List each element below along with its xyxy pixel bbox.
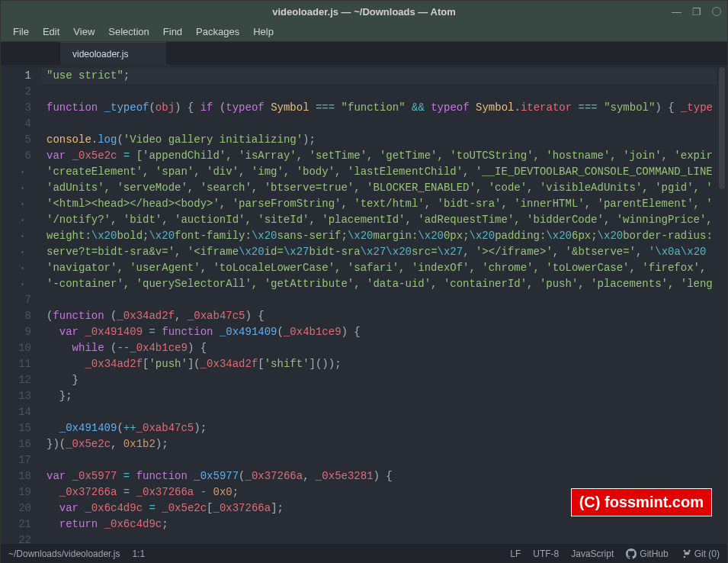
line-number[interactable]: 10 (1, 340, 42, 356)
code-line: 'navigator', 'userAgent', 'toLocaleLower… (42, 260, 727, 276)
statusbar: ~/Downloads/videoloader.js 1:1 LF UTF-8 … (1, 544, 727, 563)
line-number[interactable]: 17 (1, 452, 42, 468)
code-line: serve?t=bidt-sra&v=', '<iframe\x20id=\x2… (42, 244, 727, 260)
status-git[interactable]: Git (0) (681, 549, 720, 559)
line-number-folded[interactable] (1, 276, 42, 292)
code-line: _0x491409(++_0xab47c5); (42, 420, 727, 436)
line-number-folded[interactable] (1, 196, 42, 212)
line-number[interactable]: 19 (1, 484, 42, 500)
menu-selection[interactable]: Selection (102, 24, 155, 40)
line-number[interactable]: 20 (1, 500, 42, 516)
menu-file[interactable]: File (7, 24, 35, 40)
code-line (42, 116, 727, 132)
line-number[interactable]: 22 (1, 532, 42, 549)
code-line (42, 404, 727, 420)
code-line: '<html><head></head><body>', 'parseFromS… (42, 196, 727, 212)
github-icon (626, 549, 637, 559)
gutter: 1 2 3 4 5 6 7 8 9 10 11 12 13 14 15 16 1 (1, 65, 42, 544)
code-line: var _0x491409 = function _0x491409(_0x4b… (42, 324, 727, 340)
line-number[interactable]: 14 (1, 404, 42, 420)
watermark: (C) fossmint.com (571, 488, 712, 516)
code-line: var _0x5e2c = ['appendChild', 'isArray',… (42, 148, 727, 164)
status-line-ending[interactable]: LF (510, 549, 521, 559)
code-line: weight:\x20bold;\x20font-family:\x20sans… (42, 228, 727, 244)
code-line: })(_0x5e2c, 0x1b2); (42, 436, 727, 452)
status-filepath[interactable]: ~/Downloads/videoloader.js (8, 549, 120, 559)
code-line: 'createElement', 'span', 'div', 'img', '… (42, 164, 727, 180)
status-github[interactable]: GitHub (626, 549, 668, 559)
line-number[interactable]: 5 (1, 132, 42, 148)
maximize-button[interactable]: ❐ (692, 6, 701, 18)
line-number-folded[interactable] (1, 180, 42, 196)
menu-find[interactable]: Find (157, 24, 188, 40)
line-number[interactable]: 7 (1, 292, 42, 308)
line-number[interactable]: 16 (1, 436, 42, 452)
git-branch-icon (681, 549, 691, 559)
line-number[interactable]: 3 (1, 100, 42, 116)
tab-active[interactable]: videoloader.js (60, 42, 166, 65)
code-line (42, 452, 727, 468)
menu-edit[interactable]: Edit (37, 24, 66, 40)
line-number[interactable]: 4 (1, 116, 42, 132)
window-controls: — ❐ (672, 6, 721, 18)
code-line (42, 84, 727, 100)
line-number-folded[interactable] (1, 164, 42, 180)
menu-packages[interactable]: Packages (190, 24, 245, 40)
code-line: }; (42, 388, 727, 404)
line-number[interactable]: 12 (1, 372, 42, 388)
menu-view[interactable]: View (67, 24, 101, 40)
code-line: (function (_0x34ad2f, _0xab47c5) { (42, 308, 727, 324)
line-number[interactable]: 1 (1, 68, 42, 84)
status-language[interactable]: JavaScript (571, 549, 614, 559)
tab-label: videoloader.js (72, 49, 128, 60)
vertical-scrollbar[interactable] (717, 65, 727, 544)
code-line: _0x34ad2f['push'](_0x34ad2f['shift']()); (42, 356, 727, 372)
status-encoding[interactable]: UTF-8 (533, 549, 559, 559)
code-editor[interactable]: "use strict"; function _typeof(obj) { if… (42, 65, 727, 544)
code-line: return _0x6c4d9c; (42, 516, 727, 532)
code-line: while (--_0x4b1ce9) { (42, 340, 727, 356)
line-number-folded[interactable] (1, 260, 42, 276)
app-window: videoloader.js — ~/Downloads — Atom — ❐ … (1, 1, 727, 562)
titlebar: videoloader.js — ~/Downloads — Atom — ❐ (1, 1, 727, 22)
line-number[interactable]: 8 (1, 308, 42, 324)
close-button[interactable] (712, 7, 721, 16)
line-number[interactable]: 18 (1, 468, 42, 484)
window-title: videoloader.js — ~/Downloads — Atom (272, 6, 455, 18)
tab-well (1, 42, 60, 65)
code-line: console.log('Video gallery initializing'… (42, 132, 727, 148)
line-number[interactable]: 15 (1, 420, 42, 436)
menu-help[interactable]: Help (247, 24, 280, 40)
minimize-button[interactable]: — (672, 6, 681, 18)
line-number-folded[interactable] (1, 212, 42, 228)
code-line (42, 292, 727, 308)
tabbar: videoloader.js (1, 42, 727, 65)
line-number[interactable]: 2 (1, 84, 42, 100)
line-number-folded[interactable] (1, 228, 42, 244)
code-line: '/notify?', 'bidt', 'auctionId', 'siteId… (42, 212, 727, 228)
code-line: var _0x5977 = function _0x5977(_0x37266a… (42, 468, 727, 484)
line-number[interactable]: 13 (1, 388, 42, 404)
code-line: "use strict"; (42, 68, 727, 84)
line-number[interactable]: 9 (1, 324, 42, 340)
editor-area: 1 2 3 4 5 6 7 8 9 10 11 12 13 14 15 16 1 (1, 65, 727, 544)
code-line (42, 532, 727, 544)
line-number-folded[interactable] (1, 244, 42, 260)
code-line: '-container', 'querySelectorAll', 'getAt… (42, 276, 727, 292)
code-line: function _typeof(obj) { if (typeof Symbo… (42, 100, 727, 116)
code-line: } (42, 372, 727, 388)
line-number[interactable]: 6 (1, 148, 42, 164)
status-cursor-position[interactable]: 1:1 (132, 549, 145, 559)
menubar: File Edit View Selection Find Packages H… (1, 22, 727, 42)
code-line: 'adUnits', 'serveMode', 'search', 'btser… (42, 180, 727, 196)
line-number[interactable]: 21 (1, 516, 42, 532)
line-number[interactable]: 11 (1, 356, 42, 372)
